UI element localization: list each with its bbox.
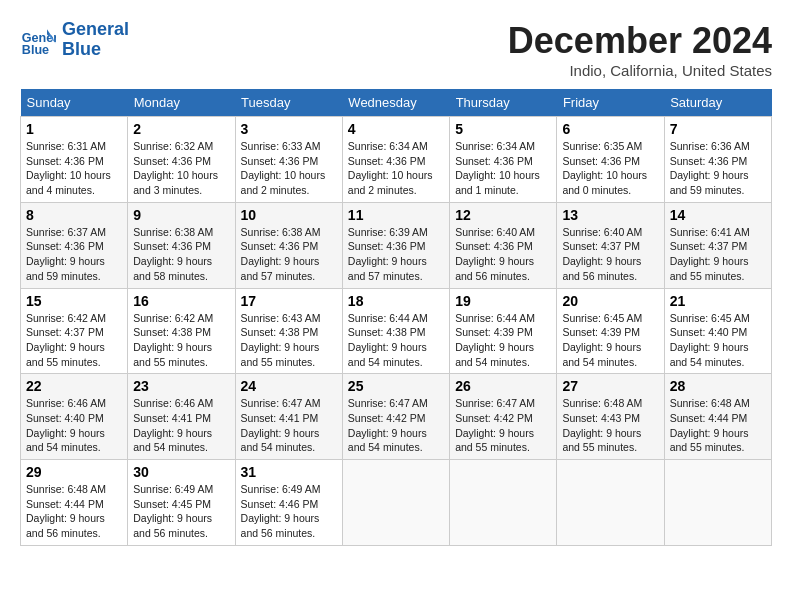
calendar-day-cell: 26Sunrise: 6:47 AM Sunset: 4:42 PM Dayli…: [450, 374, 557, 460]
weekday-header-cell: Sunday: [21, 89, 128, 117]
calendar-day-cell: 8Sunrise: 6:37 AM Sunset: 4:36 PM Daylig…: [21, 202, 128, 288]
day-info: Sunrise: 6:39 AM Sunset: 4:36 PM Dayligh…: [348, 225, 444, 284]
day-number: 9: [133, 207, 229, 223]
calendar-week-row: 15Sunrise: 6:42 AM Sunset: 4:37 PM Dayli…: [21, 288, 772, 374]
day-number: 7: [670, 121, 766, 137]
day-number: 6: [562, 121, 658, 137]
day-number: 23: [133, 378, 229, 394]
day-number: 8: [26, 207, 122, 223]
weekday-header-cell: Monday: [128, 89, 235, 117]
day-number: 22: [26, 378, 122, 394]
calendar-day-cell: 1Sunrise: 6:31 AM Sunset: 4:36 PM Daylig…: [21, 117, 128, 203]
weekday-header-cell: Thursday: [450, 89, 557, 117]
day-number: 10: [241, 207, 337, 223]
day-info: Sunrise: 6:40 AM Sunset: 4:37 PM Dayligh…: [562, 225, 658, 284]
day-number: 5: [455, 121, 551, 137]
calendar-day-cell: [664, 460, 771, 546]
day-number: 3: [241, 121, 337, 137]
day-info: Sunrise: 6:34 AM Sunset: 4:36 PM Dayligh…: [455, 139, 551, 198]
day-info: Sunrise: 6:42 AM Sunset: 4:38 PM Dayligh…: [133, 311, 229, 370]
calendar-day-cell: 17Sunrise: 6:43 AM Sunset: 4:38 PM Dayli…: [235, 288, 342, 374]
calendar-day-cell: 24Sunrise: 6:47 AM Sunset: 4:41 PM Dayli…: [235, 374, 342, 460]
day-number: 20: [562, 293, 658, 309]
weekday-header-cell: Saturday: [664, 89, 771, 117]
calendar-day-cell: 13Sunrise: 6:40 AM Sunset: 4:37 PM Dayli…: [557, 202, 664, 288]
weekday-header-cell: Wednesday: [342, 89, 449, 117]
day-number: 12: [455, 207, 551, 223]
day-info: Sunrise: 6:40 AM Sunset: 4:36 PM Dayligh…: [455, 225, 551, 284]
day-info: Sunrise: 6:49 AM Sunset: 4:46 PM Dayligh…: [241, 482, 337, 541]
calendar-day-cell: 20Sunrise: 6:45 AM Sunset: 4:39 PM Dayli…: [557, 288, 664, 374]
day-info: Sunrise: 6:47 AM Sunset: 4:42 PM Dayligh…: [348, 396, 444, 455]
calendar-day-cell: 19Sunrise: 6:44 AM Sunset: 4:39 PM Dayli…: [450, 288, 557, 374]
calendar-day-cell: 15Sunrise: 6:42 AM Sunset: 4:37 PM Dayli…: [21, 288, 128, 374]
day-number: 14: [670, 207, 766, 223]
day-number: 31: [241, 464, 337, 480]
calendar-day-cell: 27Sunrise: 6:48 AM Sunset: 4:43 PM Dayli…: [557, 374, 664, 460]
calendar-day-cell: 18Sunrise: 6:44 AM Sunset: 4:38 PM Dayli…: [342, 288, 449, 374]
calendar-day-cell: 10Sunrise: 6:38 AM Sunset: 4:36 PM Dayli…: [235, 202, 342, 288]
calendar-day-cell: 6Sunrise: 6:35 AM Sunset: 4:36 PM Daylig…: [557, 117, 664, 203]
calendar-day-cell: 23Sunrise: 6:46 AM Sunset: 4:41 PM Dayli…: [128, 374, 235, 460]
day-number: 26: [455, 378, 551, 394]
calendar-day-cell: 2Sunrise: 6:32 AM Sunset: 4:36 PM Daylig…: [128, 117, 235, 203]
calendar-day-cell: 31Sunrise: 6:49 AM Sunset: 4:46 PM Dayli…: [235, 460, 342, 546]
calendar-day-cell: [450, 460, 557, 546]
calendar-day-cell: 22Sunrise: 6:46 AM Sunset: 4:40 PM Dayli…: [21, 374, 128, 460]
day-number: 29: [26, 464, 122, 480]
day-number: 27: [562, 378, 658, 394]
svg-text:Blue: Blue: [22, 43, 49, 57]
day-info: Sunrise: 6:48 AM Sunset: 4:44 PM Dayligh…: [670, 396, 766, 455]
calendar-week-row: 1Sunrise: 6:31 AM Sunset: 4:36 PM Daylig…: [21, 117, 772, 203]
day-info: Sunrise: 6:36 AM Sunset: 4:36 PM Dayligh…: [670, 139, 766, 198]
day-info: Sunrise: 6:38 AM Sunset: 4:36 PM Dayligh…: [241, 225, 337, 284]
day-number: 28: [670, 378, 766, 394]
logo-icon: General Blue: [20, 22, 56, 58]
day-number: 2: [133, 121, 229, 137]
logo-text: General Blue: [62, 20, 129, 60]
calendar-week-row: 8Sunrise: 6:37 AM Sunset: 4:36 PM Daylig…: [21, 202, 772, 288]
day-info: Sunrise: 6:42 AM Sunset: 4:37 PM Dayligh…: [26, 311, 122, 370]
location-title: Indio, California, United States: [508, 62, 772, 79]
weekday-header-cell: Tuesday: [235, 89, 342, 117]
calendar-day-cell: 28Sunrise: 6:48 AM Sunset: 4:44 PM Dayli…: [664, 374, 771, 460]
day-info: Sunrise: 6:45 AM Sunset: 4:40 PM Dayligh…: [670, 311, 766, 370]
calendar-day-cell: 4Sunrise: 6:34 AM Sunset: 4:36 PM Daylig…: [342, 117, 449, 203]
calendar-day-cell: [342, 460, 449, 546]
day-number: 17: [241, 293, 337, 309]
calendar-day-cell: 12Sunrise: 6:40 AM Sunset: 4:36 PM Dayli…: [450, 202, 557, 288]
day-number: 13: [562, 207, 658, 223]
day-number: 16: [133, 293, 229, 309]
day-number: 21: [670, 293, 766, 309]
day-info: Sunrise: 6:35 AM Sunset: 4:36 PM Dayligh…: [562, 139, 658, 198]
day-number: 19: [455, 293, 551, 309]
day-info: Sunrise: 6:47 AM Sunset: 4:42 PM Dayligh…: [455, 396, 551, 455]
day-number: 1: [26, 121, 122, 137]
day-info: Sunrise: 6:41 AM Sunset: 4:37 PM Dayligh…: [670, 225, 766, 284]
calendar-table: SundayMondayTuesdayWednesdayThursdayFrid…: [20, 89, 772, 546]
day-info: Sunrise: 6:44 AM Sunset: 4:38 PM Dayligh…: [348, 311, 444, 370]
calendar-day-cell: 16Sunrise: 6:42 AM Sunset: 4:38 PM Dayli…: [128, 288, 235, 374]
logo: General Blue General Blue: [20, 20, 129, 60]
day-number: 24: [241, 378, 337, 394]
day-info: Sunrise: 6:33 AM Sunset: 4:36 PM Dayligh…: [241, 139, 337, 198]
month-title: December 2024: [508, 20, 772, 62]
day-number: 4: [348, 121, 444, 137]
calendar-day-cell: 14Sunrise: 6:41 AM Sunset: 4:37 PM Dayli…: [664, 202, 771, 288]
calendar-day-cell: 3Sunrise: 6:33 AM Sunset: 4:36 PM Daylig…: [235, 117, 342, 203]
day-info: Sunrise: 6:48 AM Sunset: 4:43 PM Dayligh…: [562, 396, 658, 455]
day-info: Sunrise: 6:37 AM Sunset: 4:36 PM Dayligh…: [26, 225, 122, 284]
day-number: 18: [348, 293, 444, 309]
day-info: Sunrise: 6:32 AM Sunset: 4:36 PM Dayligh…: [133, 139, 229, 198]
day-info: Sunrise: 6:38 AM Sunset: 4:36 PM Dayligh…: [133, 225, 229, 284]
day-number: 25: [348, 378, 444, 394]
calendar-day-cell: 21Sunrise: 6:45 AM Sunset: 4:40 PM Dayli…: [664, 288, 771, 374]
day-number: 30: [133, 464, 229, 480]
title-area: December 2024 Indio, California, United …: [508, 20, 772, 79]
day-info: Sunrise: 6:46 AM Sunset: 4:41 PM Dayligh…: [133, 396, 229, 455]
header: General Blue General Blue December 2024 …: [20, 20, 772, 79]
day-info: Sunrise: 6:48 AM Sunset: 4:44 PM Dayligh…: [26, 482, 122, 541]
calendar-day-cell: 5Sunrise: 6:34 AM Sunset: 4:36 PM Daylig…: [450, 117, 557, 203]
calendar-day-cell: 25Sunrise: 6:47 AM Sunset: 4:42 PM Dayli…: [342, 374, 449, 460]
calendar-week-row: 22Sunrise: 6:46 AM Sunset: 4:40 PM Dayli…: [21, 374, 772, 460]
